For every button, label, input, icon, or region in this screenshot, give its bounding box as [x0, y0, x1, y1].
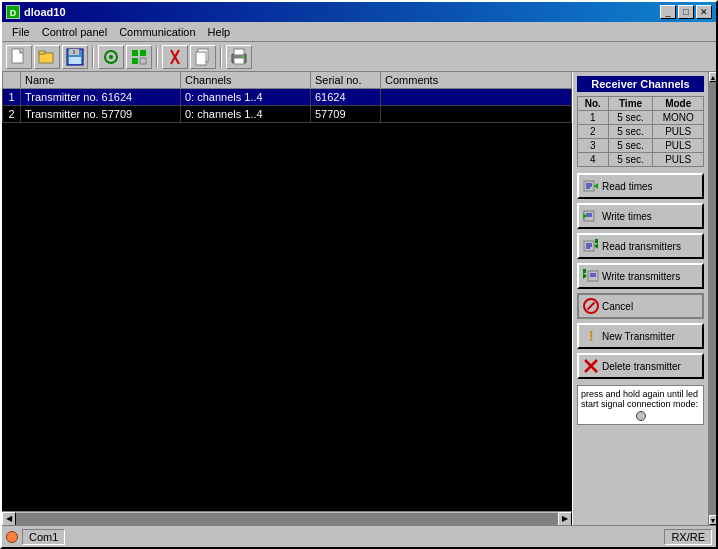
right-panel: Receiver Channels No. Time Mode 1 5 sec [572, 72, 708, 525]
main-content: Name Channels Serial no. Comments 1 Tran… [2, 72, 716, 525]
rcv-row: 2 5 sec. PULS [578, 125, 704, 139]
menu-help[interactable]: Help [202, 24, 237, 40]
svg-rect-4 [39, 51, 45, 54]
row-num-2: 2 [3, 106, 21, 123]
write-times-button[interactable]: Write times [577, 203, 704, 229]
toolbar-print[interactable] [226, 45, 252, 69]
write-transmitters-label: Write transmitters [602, 271, 680, 282]
cancel-label: Cancel [602, 301, 633, 312]
col-header-serial: Serial no. [311, 72, 381, 89]
svg-text:D: D [10, 8, 17, 18]
svg-rect-37 [595, 239, 598, 243]
new-transmitter-label: New Transmitter [602, 331, 675, 342]
toolbar-cut[interactable] [162, 45, 188, 69]
table-row[interactable]: 1 Transmitter no. 61624 0: channels 1..4… [3, 89, 572, 106]
window-title: dload10 [24, 6, 66, 18]
titlebar-buttons: _ □ ✕ [660, 5, 712, 19]
rcv-time-2: 5 sec. [608, 125, 653, 139]
menu-communication[interactable]: Communication [113, 24, 201, 40]
h-scroll-track[interactable] [16, 513, 558, 525]
statusbar: Com1 RX/RE [2, 525, 716, 547]
menu-file[interactable]: File [6, 24, 36, 40]
toolbar-save[interactable] [62, 45, 88, 69]
h-scroll-right[interactable]: ▶ [558, 512, 572, 526]
scroll-down[interactable]: ▼ [709, 515, 716, 525]
row-name-2: Transmitter no. 57709 [21, 106, 181, 123]
row-channels-1: 0: channels 1..4 [181, 89, 311, 106]
rcv-row: 3 5 sec. PULS [578, 139, 704, 153]
svg-rect-7 [69, 57, 81, 64]
menubar: File Control panel Communication Help [2, 22, 716, 42]
row-channels-2: 0: channels 1..4 [181, 106, 311, 123]
read-times-button[interactable]: Read times [577, 173, 704, 199]
rcv-row: 4 5 sec. PULS [578, 153, 704, 167]
write-times-label: Write times [602, 211, 652, 222]
toolbar-open[interactable] [34, 45, 60, 69]
h-scroll-left[interactable]: ◀ [2, 512, 16, 526]
separator-1 [92, 47, 94, 67]
delete-transmitter-label: Delete transmitter [602, 361, 681, 372]
scroll-track[interactable] [709, 82, 716, 515]
svg-rect-20 [234, 49, 244, 55]
receiver-table: No. Time Mode 1 5 sec. MONO 2 [577, 96, 704, 167]
svg-line-44 [587, 302, 594, 309]
read-transmitters-icon [583, 238, 599, 254]
rcv-mode-1: MONO [653, 111, 704, 125]
write-transmitters-icon [583, 268, 599, 284]
rcv-col-time: Time [608, 97, 653, 111]
separator-3 [220, 47, 222, 67]
delete-transmitter-icon [583, 358, 599, 374]
svg-text:!: ! [589, 328, 594, 344]
read-times-label: Read times [602, 181, 653, 192]
col-header-comments: Comments [381, 72, 572, 89]
rcv-no-3: 3 [578, 139, 609, 153]
new-transmitter-button[interactable]: ! New Transmitter [577, 323, 704, 349]
right-scrollbar[interactable]: ▲ ▼ [708, 72, 716, 525]
row-name-1: Transmitter no. 61624 [21, 89, 181, 106]
write-transmitters-button[interactable]: Write transmitters [577, 263, 704, 289]
rcv-time-4: 5 sec. [608, 153, 653, 167]
close-button[interactable]: ✕ [696, 5, 712, 19]
com-port-status: Com1 [22, 529, 65, 545]
svg-rect-11 [132, 50, 138, 56]
rcv-no-4: 4 [578, 153, 609, 167]
menu-control-panel[interactable]: Control panel [36, 24, 113, 40]
row-num-1: 1 [3, 89, 21, 106]
rx-re-status: RX/RE [664, 529, 712, 545]
connection-led [636, 411, 646, 421]
info-box: press and hold again until led start sig… [577, 385, 704, 425]
h-scrollbar[interactable]: ◀ ▶ [2, 511, 572, 525]
rcv-mode-4: PULS [653, 153, 704, 167]
delete-transmitter-button[interactable]: Delete transmitter [577, 353, 704, 379]
titlebar-left: D dload10 [6, 5, 66, 19]
minimize-button[interactable]: _ [660, 5, 676, 19]
cancel-icon [583, 298, 599, 314]
cancel-button[interactable]: Cancel [577, 293, 704, 319]
svg-rect-14 [140, 58, 146, 64]
info-text: press and hold again until led start sig… [581, 389, 698, 409]
svg-rect-13 [132, 58, 138, 64]
svg-point-10 [109, 55, 113, 59]
table-row[interactable]: 2 Transmitter no. 57709 0: channels 1..4… [3, 106, 572, 123]
read-times-icon [583, 178, 599, 194]
rcv-time-1: 5 sec. [608, 111, 653, 125]
row-comments-2 [381, 106, 572, 123]
read-transmitters-button[interactable]: Read transmitters [577, 233, 704, 259]
right-panel-title: Receiver Channels [577, 76, 704, 92]
maximize-button[interactable]: □ [678, 5, 694, 19]
col-header-channels: Channels [181, 72, 311, 89]
scroll-up[interactable]: ▲ [709, 72, 716, 82]
rcv-mode-2: PULS [653, 125, 704, 139]
rcv-time-3: 5 sec. [608, 139, 653, 153]
toolbar-new[interactable] [6, 45, 32, 69]
rcv-row: 1 5 sec. MONO [578, 111, 704, 125]
svg-marker-27 [594, 183, 598, 189]
svg-point-22 [242, 56, 244, 58]
toolbar-tool1[interactable] [98, 45, 124, 69]
app-icon: D [6, 5, 20, 19]
toolbar-tool2[interactable] [126, 45, 152, 69]
write-times-icon [583, 208, 599, 224]
svg-marker-41 [583, 273, 587, 279]
empty-area [2, 123, 572, 511]
toolbar-copy[interactable] [190, 45, 216, 69]
